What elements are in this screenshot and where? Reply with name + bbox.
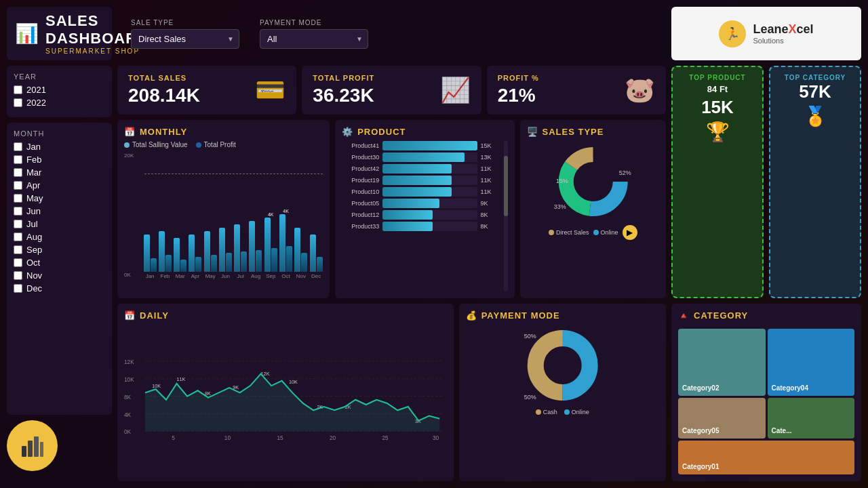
month-aug-item[interactable]: Aug	[14, 232, 105, 242]
month-filter: MONTH JanFebMarAprMayJunJulAugSepOctNovD…	[7, 123, 112, 415]
month-jul-item[interactable]: Jul	[14, 219, 105, 229]
total-sales-card: TOTAL SALES 208.14K 💳	[117, 66, 296, 115]
top-product-label: TOP PRODUCT	[689, 74, 745, 81]
payment-mode-card: 💰 PAYMENT MODE 50% 50% Cash	[459, 304, 666, 482]
calendar-icon: 📅	[124, 127, 136, 137]
month-feb-label: Feb	[26, 155, 41, 165]
month-dec-item[interactable]: Dec	[14, 283, 105, 293]
svg-text:0K: 0K	[124, 429, 132, 435]
sale-type-select[interactable]: Direct Sales Online All	[131, 29, 239, 49]
daily-icon: 📅	[124, 310, 136, 321]
svg-text:15: 15	[277, 434, 283, 441]
sales-pct-15: 15%	[555, 178, 568, 184]
product-scrollbar[interactable]	[504, 141, 508, 291]
month-apr-checkbox[interactable]	[14, 181, 22, 190]
year-2021-item[interactable]: 2021	[14, 85, 105, 95]
month-feb-item[interactable]: Feb	[14, 155, 105, 165]
product-bar-fill	[382, 210, 433, 220]
piggybank-icon: 🐷	[625, 76, 655, 104]
year-2022-checkbox[interactable]	[14, 98, 22, 107]
monthly-bar-mar: Mar	[174, 238, 187, 279]
product-bar-value: 8K	[481, 211, 500, 218]
svg-text:10K: 10K	[124, 376, 134, 382]
product-bar-value: 13K	[481, 154, 500, 161]
product-row-product41: Product41 15K	[342, 141, 499, 150]
product-bar-value: 8K	[481, 223, 500, 230]
total-profit-card: TOTAL PROFIT 36.23K 📈	[302, 66, 481, 115]
month-jul-checkbox[interactable]	[14, 220, 22, 228]
profit-pct-label: PROFIT %	[498, 74, 539, 82]
legend-direct-sales: Direct Sales	[556, 229, 589, 236]
month-may-checkbox[interactable]	[14, 194, 22, 203]
powerbi-icon	[7, 420, 58, 471]
logo-name: LeaneXcel	[753, 22, 813, 37]
month-aug-checkbox[interactable]	[14, 232, 22, 241]
product-name: Product19	[342, 177, 379, 184]
year-label: YEAR	[14, 73, 105, 81]
daily-chart: 0K 4K 8K 10K 12K 10K 11K 8K 9K 12K 10K 2…	[124, 325, 447, 475]
month-jan-item[interactable]: Jan	[14, 142, 105, 152]
month-oct-checkbox[interactable]	[14, 258, 22, 267]
trophy-icon-product: 🏆	[706, 121, 730, 143]
month-may-item[interactable]: May	[14, 193, 105, 203]
product-bar-bg	[382, 210, 477, 220]
month-jun-checkbox[interactable]	[14, 207, 22, 216]
product-row-product12: Product12 8K	[342, 210, 499, 220]
svg-rect-3	[40, 442, 43, 457]
category-treemap: Category02 Category04 Category05 Cate...…	[678, 329, 854, 475]
month-apr-item[interactable]: Apr	[14, 180, 105, 190]
svg-text:10K: 10K	[289, 378, 298, 384]
payment-pct-50-bot: 50%	[524, 394, 536, 401]
month-jun-label: Jun	[26, 206, 41, 216]
svg-text:20: 20	[330, 434, 336, 441]
product-bar-fill	[382, 187, 452, 197]
svg-text:8K: 8K	[124, 394, 132, 400]
product-bar-bg	[382, 187, 477, 197]
sidebar: YEAR 2021 2022 MONTH JanFebMarAprMayJunJ…	[7, 66, 112, 481]
month-nov-item[interactable]: Nov	[14, 270, 105, 281]
daily-svg: 0K 4K 8K 10K 12K 10K 11K 8K 9K 12K 10K 2…	[124, 325, 447, 475]
sales-type-nav[interactable]: ▶	[623, 225, 637, 240]
product-bar-value: 9K	[481, 200, 500, 207]
product-bar-fill	[382, 199, 439, 208]
top-category-card: TOP CATEGORY 57K 🏅	[769, 66, 861, 298]
payment-mode-filter: PAYMENT MODE All Cash Online	[260, 19, 368, 49]
year-2021-checkbox[interactable]	[14, 85, 22, 94]
monthly-bar-jun: Jun	[218, 228, 232, 279]
product-bar-bg	[382, 222, 477, 231]
svg-text:5: 5	[172, 434, 175, 441]
dashboard-icon: 📊	[15, 22, 39, 45]
logo-icon: 🏃	[719, 20, 746, 47]
month-nov-label: Nov	[26, 270, 42, 281]
profit-pct-card: PROFIT % 21% 🐷	[487, 66, 666, 115]
product-bar-bg	[382, 141, 477, 150]
month-jun-item[interactable]: Jun	[14, 206, 105, 216]
product-bar-value: 11K	[481, 165, 500, 172]
category-title: 🔺 CATEGORY	[678, 310, 854, 321]
payment-mode-select[interactable]: All Cash Online	[260, 29, 368, 49]
monthly-bar-aug: Aug	[249, 221, 262, 279]
category-section: 🔺 CATEGORY Category02 Category04 Categor…	[671, 304, 861, 482]
svg-text:30: 30	[433, 434, 439, 441]
top-category-label: TOP CATEGORY	[785, 74, 846, 81]
month-jan-checkbox[interactable]	[14, 142, 22, 151]
year-2022-item[interactable]: 2022	[14, 98, 105, 108]
payment-mode-label: PAYMENT MODE	[260, 19, 368, 26]
product-bars: Product41 15K Product30 13K Product42 11…	[342, 141, 499, 291]
product-name: Product05	[342, 200, 379, 207]
month-nov-checkbox[interactable]	[14, 271, 22, 280]
month-mar-checkbox[interactable]	[14, 168, 22, 177]
total-profit-label: TOTAL PROFIT	[313, 74, 374, 82]
month-dec-checkbox[interactable]	[14, 284, 22, 293]
product-chart: Product41 15K Product30 13K Product42 11…	[342, 141, 507, 291]
product-row-product05: Product05 9K	[342, 199, 499, 208]
month-mar-item[interactable]: Mar	[14, 167, 105, 178]
payment-title: 💰 PAYMENT MODE	[466, 310, 659, 321]
month-sep-item[interactable]: Sep	[14, 245, 105, 255]
treemap-cat04: Category04	[768, 329, 855, 396]
product-bar-bg	[382, 152, 477, 162]
treemap-cat02: Category02	[678, 329, 766, 396]
month-sep-checkbox[interactable]	[14, 245, 22, 254]
month-feb-checkbox[interactable]	[14, 155, 22, 164]
month-oct-item[interactable]: Oct	[14, 258, 105, 268]
